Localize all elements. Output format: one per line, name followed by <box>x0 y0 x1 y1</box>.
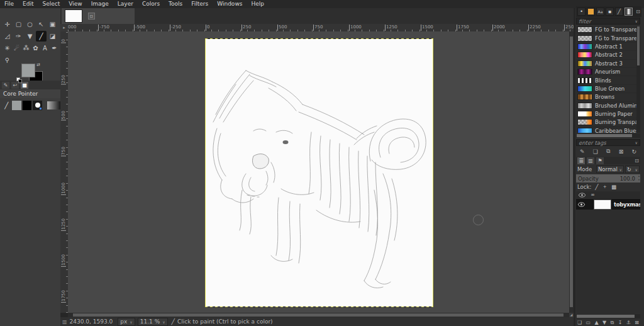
eye-icon[interactable] <box>579 193 586 198</box>
ink-tool[interactable]: ✒ <box>49 43 60 53</box>
layers-menu-icon[interactable]: ⊡ <box>635 158 639 164</box>
default-colors-icon[interactable] <box>16 77 21 82</box>
menu-edit[interactable]: Edit <box>18 0 38 8</box>
menu-image[interactable]: Image <box>87 0 113 8</box>
gradient-row[interactable]: Caribbean Blues <box>576 127 640 133</box>
gradient-row[interactable]: Burning Transparency <box>576 118 640 126</box>
delete-gradient-button[interactable]: ⊠ <box>619 149 624 155</box>
eraser-tool[interactable]: ◪ <box>47 31 58 42</box>
canvas-viewport[interactable] <box>68 31 569 313</box>
layer-visibility-icon[interactable] <box>578 202 585 207</box>
horizontal-ruler[interactable]: -1250-1000-750-500-250025050075010001250… <box>68 24 574 31</box>
link-icon[interactable]: ∞ <box>591 192 595 198</box>
refresh-gradients-button[interactable]: ↻ <box>631 149 636 155</box>
navigation-button[interactable]: ◢ <box>569 313 574 317</box>
gradient-filter-input[interactable]: filter∨ <box>576 18 640 25</box>
new-group-button[interactable]: ▭ <box>586 320 591 325</box>
canvas-vertical-scrollbar[interactable] <box>569 31 574 313</box>
fuzzy-select-tool[interactable]: ↖ <box>36 19 47 30</box>
menu-layer[interactable]: Layer <box>113 0 138 8</box>
device-fg-swatch[interactable] <box>12 101 21 110</box>
menu-filters[interactable]: Filters <box>187 0 213 8</box>
merge-down-button[interactable]: ↧ <box>618 320 623 325</box>
gradient-list-scrollbar[interactable] <box>636 26 640 133</box>
patterns-icon[interactable] <box>587 8 595 16</box>
lock-pixels-icon[interactable]: ╱ <box>595 184 598 190</box>
device-bg-swatch[interactable] <box>23 101 31 110</box>
paths-tab[interactable]: ⚑ <box>596 157 604 164</box>
opacity-slider[interactable]: Opacity 100.0 ▴▾ <box>576 174 640 183</box>
new-layer-button[interactable]: ❏ <box>577 320 582 325</box>
menu-colors[interactable]: Colors <box>138 0 164 8</box>
lock-alpha-icon[interactable]: ▩ <box>611 184 616 190</box>
swap-colors-icon[interactable]: ⇄ <box>36 62 40 67</box>
layer-list-empty[interactable] <box>576 210 640 313</box>
menu-help[interactable]: Help <box>247 0 269 8</box>
zoom-select[interactable]: 11.1 %∨ <box>138 318 168 326</box>
layers-tab[interactable]: ☰ <box>577 157 585 164</box>
new-gradient-button[interactable]: ❏ <box>593 149 598 155</box>
layers-hscrollbar[interactable] <box>576 314 640 318</box>
crop-tool[interactable]: ▣ <box>47 19 58 30</box>
free-select-tool[interactable]: ○ <box>25 19 35 30</box>
layer-row[interactable]: tobyxmas.jp <box>576 199 640 210</box>
gradients-icon[interactable] <box>625 8 633 16</box>
edit-gradient-button[interactable]: ✎ <box>580 149 585 155</box>
vertical-ruler[interactable]: 02505007501000125015001750 <box>60 31 68 313</box>
device-gradient-preview[interactable] <box>47 101 60 110</box>
gradient-row[interactable]: Aneurism <box>576 68 640 76</box>
gradient-row[interactable]: Abstract 3 <box>576 60 640 68</box>
lock-position-icon[interactable]: ＋ <box>602 183 608 191</box>
menu-windows[interactable]: Windows <box>213 0 247 8</box>
gradient-list-hscrollbar[interactable] <box>576 133 640 138</box>
dock-menu-icon[interactable]: ⊡ <box>636 9 640 14</box>
mode-switch-button[interactable]: ↻∨ <box>625 166 640 173</box>
lower-layer-button[interactable]: ▼ <box>602 320 606 325</box>
delete-layer-button[interactable]: ⊠ <box>635 320 639 325</box>
duplicate-layer-button[interactable]: ⧉ <box>611 320 614 326</box>
warp-tool[interactable]: ✑ <box>13 31 24 42</box>
gradient-row[interactable]: Abstract 1 <box>576 43 640 51</box>
gradient-row[interactable]: Blinds <box>576 76 640 84</box>
device-status-tab[interactable]: ✎ <box>2 82 9 89</box>
fonts-icon[interactable]: Aa <box>596 8 604 16</box>
zoom-tool[interactable]: ⚲ <box>2 55 13 65</box>
bucket-fill-tool[interactable]: ▼ <box>25 31 35 42</box>
palettes-icon[interactable]: ▪ <box>606 8 614 16</box>
brushes-icon[interactable]: ╱ <box>615 8 623 16</box>
foreground-color-swatch[interactable] <box>21 64 35 77</box>
gradient-list[interactable]: FG to TransparentFG to Transparent (HarA… <box>576 26 640 133</box>
menu-select[interactable]: Select <box>38 0 65 8</box>
gradient-row[interactable]: FG to Transparent (Har <box>576 34 640 42</box>
menu-view[interactable]: View <box>64 0 86 8</box>
gradient-row[interactable]: Browns <box>576 93 640 101</box>
duplicate-gradient-button[interactable]: ⧉ <box>606 148 610 155</box>
gradient-row[interactable]: Blue Green <box>576 85 640 93</box>
gradient-row[interactable]: Brushed Aluminium <box>576 102 640 110</box>
tags-input[interactable]: enter tags∨ <box>576 139 640 146</box>
menu-file[interactable]: File <box>0 0 18 8</box>
image-tab[interactable]: ▫ <box>62 8 135 24</box>
opacity-spinner[interactable]: ▴▾ <box>638 174 640 182</box>
move-tool[interactable]: ✛ <box>2 19 13 30</box>
gradient-row[interactable]: Abstract 2 <box>576 51 640 59</box>
statusbar-corner-icon[interactable]: ▥ <box>62 319 67 325</box>
unit-select[interactable]: px∨ <box>118 318 135 326</box>
device-brush-preview[interactable] <box>33 101 42 110</box>
brush-dab-icon[interactable]: • <box>577 8 586 16</box>
rectangle-select-tool[interactable]: ▢ <box>13 19 24 30</box>
menu-tools[interactable]: Tools <box>164 0 187 8</box>
ruler-corner-button[interactable]: ▸ <box>60 24 68 31</box>
channels-tab[interactable]: ▥ <box>587 157 594 164</box>
gradient-row[interactable]: Burning Paper <box>576 110 640 118</box>
paintbrush-tool[interactable]: ╱ <box>36 31 47 42</box>
gradient-row[interactable]: FG to Transparent <box>576 26 640 34</box>
canvas-horizontal-scrollbar[interactable] <box>68 313 569 317</box>
transform-tool[interactable]: ◿ <box>2 31 13 42</box>
mode-select[interactable]: Normal∨ <box>596 166 624 173</box>
raise-layer-button[interactable]: ▲ <box>594 320 598 325</box>
image-tab-state-icon[interactable]: ▫ <box>88 13 95 20</box>
active-tool-icon[interactable]: ╱ <box>2 101 11 110</box>
canvas-page[interactable] <box>206 39 433 306</box>
anchor-layer-button[interactable]: ⚓ <box>626 320 631 325</box>
